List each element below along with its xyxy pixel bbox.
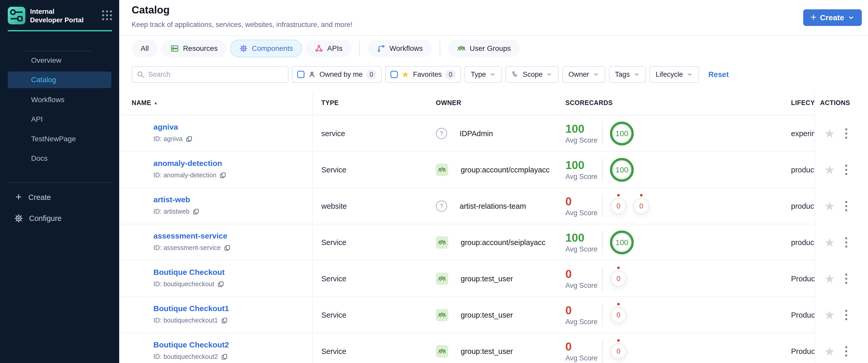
copy-icon[interactable]: [219, 172, 226, 179]
chevron-down-icon: [490, 71, 496, 78]
sidebar-configure[interactable]: Configure: [8, 212, 112, 224]
favorites-label: Favorites: [413, 70, 442, 79]
entity-name-link[interactable]: Boutique Checkout: [153, 268, 225, 277]
sidebar-item-workflows[interactable]: Workflows: [8, 92, 112, 108]
favorite-star-icon[interactable]: ★: [824, 164, 835, 176]
column-header-scorecards[interactable]: SCORECARDS: [565, 99, 613, 107]
sidebar-item-catalog[interactable]: Catalog: [8, 71, 112, 88]
entity-name-link[interactable]: anomaly-detection: [153, 159, 226, 168]
chevron-down-icon: [593, 71, 599, 78]
entity-name-link[interactable]: assessment-service: [153, 232, 230, 240]
table-row: undefinedartist-webID: artistwebwebsite?…: [119, 188, 868, 224]
scope-icon: [512, 71, 519, 78]
filter-dropdown-scope[interactable]: Scope: [505, 66, 559, 83]
tab-label: Resources: [183, 44, 218, 53]
scorecard-ring[interactable]: 100: [610, 158, 634, 182]
more-vertical-icon[interactable]: [844, 308, 849, 322]
scorecard-ring[interactable]: 100: [610, 122, 634, 146]
favorite-star-icon[interactable]: ★: [824, 200, 835, 212]
create-button[interactable]: + Create: [803, 9, 862, 26]
favorites-checkbox[interactable]: [391, 71, 398, 78]
sidebar-create[interactable]: + Create: [8, 191, 112, 204]
favorite-star-icon[interactable]: ★: [824, 237, 835, 248]
more-vertical-icon[interactable]: [844, 236, 849, 249]
column-header-lifecycle[interactable]: LIFECYCLE: [791, 99, 815, 107]
entity-tabs: AllResourcesComponentsAPIsWorkflowsUser …: [132, 39, 520, 58]
sort-asc-icon: ▲: [154, 100, 158, 105]
score-divider: [602, 267, 603, 291]
copy-icon[interactable]: [186, 135, 192, 142]
favorite-star-icon[interactable]: ★: [824, 309, 835, 321]
user-group-icon: [436, 163, 448, 176]
score-divider: [602, 122, 603, 146]
sidebar-item-testnewpage[interactable]: TestNewPage: [8, 131, 112, 147]
dropdown-label: Owner: [568, 70, 589, 79]
owned-by-me-checkbox[interactable]: [297, 71, 305, 78]
table-row: undefinedBoutique Checkout1ID: boutiquec…: [119, 297, 868, 333]
owner-name: group:account/ccmplayacc: [461, 166, 550, 174]
entity-name-link[interactable]: agniva: [153, 123, 192, 131]
column-header-type[interactable]: TYPE: [321, 99, 339, 107]
scorecard-ring[interactable]: 100: [610, 231, 634, 254]
sidebar-item-api[interactable]: API: [8, 111, 112, 127]
favorite-star-icon[interactable]: ★: [824, 273, 835, 285]
filter-dropdowns: TypeScopeOwnerTagsLifecycle: [465, 66, 699, 83]
copy-icon[interactable]: [221, 354, 228, 360]
page-subtitle: Keep track of applications, services, we…: [132, 21, 352, 29]
avg-score-label: Avg Score: [565, 245, 602, 253]
more-vertical-icon[interactable]: [844, 163, 849, 177]
owner-name: group:test_user: [461, 311, 513, 320]
owner-name: group:account/seiplayacc: [461, 238, 546, 247]
column-header-owner[interactable]: OWNER: [436, 99, 461, 107]
favorite-star-icon[interactable]: ★: [824, 345, 835, 357]
sidebar-item-docs[interactable]: Docs: [8, 150, 112, 167]
owned-by-me-filter[interactable]: Owned by me 0: [292, 66, 382, 83]
avg-score-value: 100: [565, 232, 602, 244]
tab-apis[interactable]: APIs: [306, 40, 351, 57]
tab-user-groups[interactable]: User Groups: [448, 40, 520, 57]
search-box[interactable]: [132, 66, 288, 83]
copy-icon[interactable]: [217, 281, 224, 288]
tab-resources[interactable]: Resources: [161, 40, 227, 57]
user-group-icon: [436, 236, 448, 249]
apps-grid-icon[interactable]: [102, 10, 112, 20]
tab-workflows[interactable]: Workflows: [368, 40, 432, 57]
filter-dropdown-type[interactable]: Type: [465, 66, 502, 83]
reset-filters-link[interactable]: Reset: [708, 70, 729, 79]
copy-icon[interactable]: [224, 244, 230, 251]
component-gear-icon: undefined: [134, 164, 146, 176]
favorite-star-icon[interactable]: ★: [824, 127, 835, 140]
entity-name-link[interactable]: Boutique Checkout2: [153, 340, 229, 349]
favorites-filter[interactable]: ★ Favorites 0: [385, 66, 461, 83]
entity-name-link[interactable]: artist-web: [153, 195, 199, 204]
scorecard-ring[interactable]: 0: [610, 306, 627, 324]
entity-id: ID: anomaly-detection: [153, 171, 226, 179]
sidebar-item-overview[interactable]: Overview: [8, 52, 112, 69]
copy-icon[interactable]: [221, 317, 228, 324]
more-vertical-icon[interactable]: [844, 272, 849, 285]
scorecard-ring[interactable]: 0: [610, 270, 627, 287]
tab-all[interactable]: All: [132, 40, 158, 57]
more-vertical-icon[interactable]: [844, 127, 849, 140]
search-input[interactable]: [148, 70, 283, 79]
table-row: undefinedanomaly-detectionID: anomaly-de…: [119, 152, 868, 188]
entity-id: ID: assessment-service: [153, 244, 230, 251]
more-vertical-icon[interactable]: [844, 200, 849, 213]
table-row: undefinedBoutique Checkout2ID: boutiquec…: [119, 333, 868, 363]
more-vertical-icon[interactable]: [844, 344, 849, 358]
copy-icon[interactable]: [192, 208, 199, 215]
user-icon: [308, 70, 316, 78]
filter-dropdown-owner[interactable]: Owner: [562, 66, 605, 83]
entity-type: Service: [321, 297, 346, 333]
entity-name-link[interactable]: Boutique Checkout1: [153, 304, 229, 313]
sidebar-configure-label: Configure: [29, 214, 62, 223]
scorecard-ring[interactable]: 0: [610, 198, 627, 215]
entity-id: ID: artistweb: [153, 208, 199, 215]
scorecard-ring[interactable]: 0: [633, 198, 650, 215]
filter-dropdown-tags[interactable]: Tags: [609, 66, 646, 83]
tab-components[interactable]: Components: [230, 40, 302, 57]
user-groups-icon: [457, 44, 466, 53]
column-header-name[interactable]: NAME ▲: [132, 99, 158, 107]
scorecard-ring[interactable]: 0: [610, 343, 627, 360]
filter-dropdown-lifecycle[interactable]: Lifecycle: [650, 66, 699, 83]
